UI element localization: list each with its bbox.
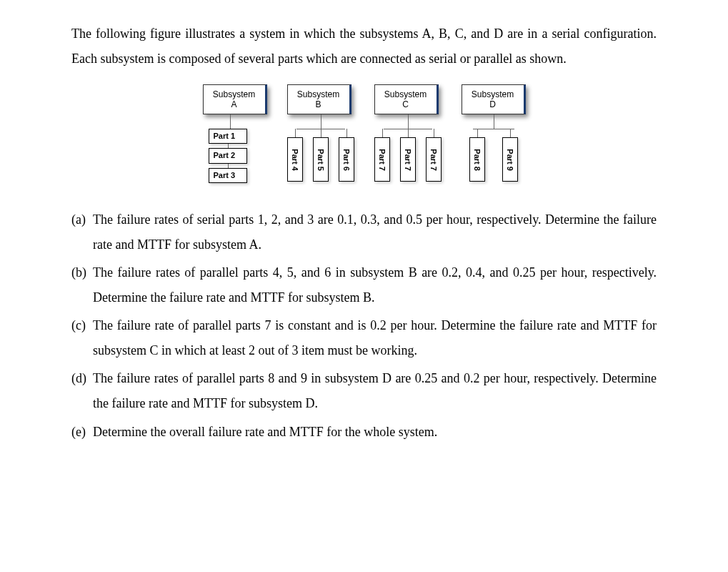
intro-paragraph: The following figure illustrates a syste…	[71, 21, 657, 72]
question-text: The failure rates of parallel parts 4, 5…	[93, 260, 657, 310]
part-box: Part 7	[374, 137, 390, 182]
question-b: (b)The failure rates of parallel parts 4…	[71, 260, 657, 310]
subsystem-b: Subsystem B Part 4 Part 5 Part 6	[287, 84, 354, 187]
subsystem-c-parts: Part 7 Part 7 Part 7	[374, 129, 442, 182]
question-label: (a)	[71, 207, 93, 257]
question-label: (c)	[71, 313, 93, 363]
question-label: (b)	[71, 260, 93, 310]
system-figure: Subsystem A Part 1 Part 2 Part 3 Subsyst…	[71, 84, 657, 187]
part-box: Part 2	[209, 148, 247, 163]
part-box: Part 7	[400, 137, 416, 182]
part-box: Part 3	[209, 168, 247, 183]
subsystem-a-parts: Part 1 Part 2 Part 3	[209, 129, 267, 183]
subsystem-c-box: Subsystem C	[374, 84, 439, 114]
question-d: (d)The failure rates of parallel parts 8…	[71, 366, 657, 416]
question-e: (e)Determine the overall failure rate an…	[71, 420, 657, 445]
question-text: Determine the overall failure rate and M…	[93, 420, 657, 445]
subsystem-b-box: Subsystem B	[287, 84, 351, 114]
part-box: Part 8	[469, 137, 485, 182]
question-text: The failure rate of parallel parts 7 is …	[93, 313, 657, 363]
question-label: (e)	[71, 420, 93, 445]
part-box: Part 6	[339, 137, 354, 182]
part-box: Part 7	[426, 137, 442, 182]
subsystem-d: Subsystem D Part 8 Part 9	[462, 84, 526, 187]
question-text: The failure rates of parallel parts 8 an…	[93, 366, 657, 416]
subsystem-a: Subsystem A Part 1 Part 2 Part 3	[203, 84, 267, 187]
subsystem-d-box: Subsystem D	[462, 84, 526, 114]
question-a: (a)The failure rates of serial parts 1, …	[71, 207, 657, 257]
part-box: Part 4	[287, 137, 303, 182]
part-box: Part 1	[209, 129, 247, 144]
subsystem-b-parts: Part 4 Part 5 Part 6	[287, 129, 354, 182]
subsystem-d-parts: Part 8 Part 9	[469, 129, 518, 182]
question-text: The failure rates of serial parts 1, 2, …	[93, 207, 657, 257]
question-c: (c)The failure rate of parallel parts 7 …	[71, 313, 657, 363]
subsystem-c: Subsystem C Part 7 Part 7 Part 7	[374, 84, 442, 187]
part-box: Part 9	[502, 137, 518, 182]
part-box: Part 5	[313, 137, 329, 182]
question-list: (a)The failure rates of serial parts 1, …	[71, 207, 657, 445]
question-label: (d)	[71, 366, 93, 416]
subsystem-a-box: Subsystem A	[203, 84, 267, 114]
